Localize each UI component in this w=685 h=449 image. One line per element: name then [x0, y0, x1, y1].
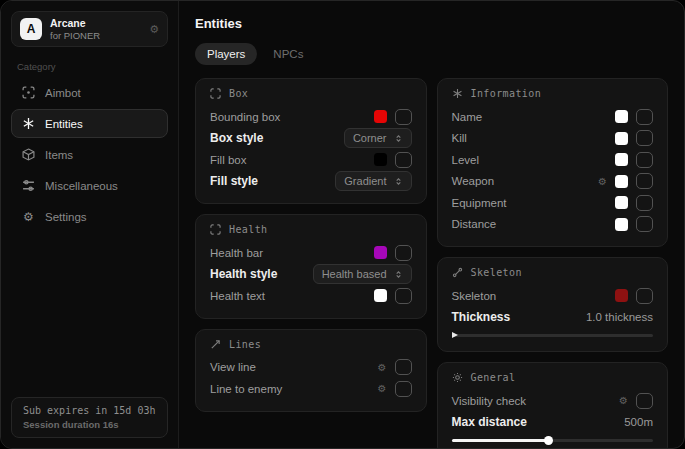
gear-icon[interactable]: ⚙	[378, 362, 387, 373]
setting-label: Fill style	[210, 174, 258, 188]
slider-thumb[interactable]	[544, 436, 553, 445]
health-bar-checkbox[interactable]	[395, 245, 412, 261]
panel-title: Health	[229, 224, 268, 235]
aimbot-icon	[22, 86, 35, 99]
color-swatch[interactable]	[374, 153, 387, 166]
color-swatch[interactable]	[615, 289, 628, 302]
slider-thumb[interactable]	[452, 332, 458, 338]
weapon-checkbox[interactable]	[636, 173, 653, 189]
items-icon	[22, 148, 35, 161]
setting-row-equipment: Equipment	[452, 192, 654, 214]
thickness-slider[interactable]	[452, 331, 654, 340]
panel-title: Lines	[229, 339, 261, 350]
brand-text: Arcane for PIONER	[50, 17, 100, 41]
gear-icon[interactable]: ⚙	[149, 23, 159, 36]
sidebar-item-items[interactable]: Items	[11, 140, 168, 169]
skeleton-checkbox[interactable]	[636, 288, 653, 304]
slider-track	[452, 334, 654, 337]
health-style-dropdown[interactable]: Health based	[313, 264, 412, 284]
health-text-checkbox[interactable]	[395, 288, 412, 304]
dropdown-value: Corner	[353, 132, 387, 144]
setting-row-health-bar: Health bar	[210, 242, 412, 264]
setting-row-health-style: Health style Health based	[210, 264, 412, 286]
bounding-box-checkbox[interactable]	[395, 109, 412, 125]
panel-box: Box Bounding box Box style Corner	[195, 78, 427, 204]
setting-row-name: Name	[452, 106, 654, 128]
line-to-enemy-checkbox[interactable]	[395, 381, 412, 397]
color-swatch[interactable]	[615, 132, 628, 145]
box-style-dropdown[interactable]: Corner	[344, 128, 412, 148]
setting-row-fill-style: Fill style Gradient	[210, 171, 412, 193]
panel-skeleton: Skeleton Skeleton Thickness 1.0 thicknes…	[437, 257, 669, 352]
max-distance-value: 500m	[624, 416, 653, 428]
setting-label: Max distance	[452, 415, 527, 429]
color-swatch[interactable]	[615, 196, 628, 209]
color-swatch[interactable]	[615, 218, 628, 231]
box-icon	[210, 88, 221, 99]
color-swatch[interactable]	[374, 246, 387, 259]
setting-label: Equipment	[452, 197, 507, 209]
equipment-checkbox[interactable]	[636, 195, 653, 211]
setting-label: Health bar	[210, 247, 263, 259]
view-line-checkbox[interactable]	[395, 359, 412, 375]
bone-icon	[452, 267, 463, 278]
sidebar-item-miscellaneous[interactable]: Miscellaneous	[11, 171, 168, 200]
color-swatch[interactable]	[615, 110, 628, 123]
health-icon	[210, 224, 221, 235]
gear-icon[interactable]: ⚙	[598, 176, 607, 187]
color-swatch[interactable]	[374, 289, 387, 302]
app-logo: A	[20, 18, 42, 40]
main-content: Entities Players NPCs Box	[179, 1, 684, 448]
max-distance-slider[interactable]	[452, 436, 654, 445]
panel-title: Information	[471, 88, 542, 99]
setting-label: Weapon	[452, 175, 495, 187]
tab-npcs[interactable]: NPCs	[261, 43, 315, 65]
panel-general: General Visibility check ⚙ Max distance …	[437, 362, 669, 449]
setting-row-distance: Distance	[452, 214, 654, 236]
brand-card: A Arcane for PIONER ⚙	[11, 11, 168, 47]
setting-label: Bounding box	[210, 111, 280, 123]
setting-label: Thickness	[452, 310, 511, 324]
tab-players[interactable]: Players	[195, 43, 257, 65]
thickness-value: 1.0 thickness	[586, 311, 653, 323]
setting-row-thickness: Thickness 1.0 thickness	[452, 307, 654, 329]
distance-checkbox[interactable]	[636, 216, 653, 232]
setting-row-line-to-enemy: Line to enemy ⚙	[210, 378, 412, 400]
sidebar-item-settings[interactable]: ⚙ Settings	[11, 202, 168, 231]
setting-row-health-text: Health text	[210, 285, 412, 307]
fill-style-dropdown[interactable]: Gradient	[335, 171, 411, 191]
panel-information-header: Information	[452, 88, 654, 99]
panel-title: Box	[229, 88, 248, 99]
settings-icon: ⚙	[22, 210, 35, 223]
sidebar: A Arcane for PIONER ⚙ Category Aimbot	[1, 1, 179, 448]
sidebar-item-entities[interactable]: Entities	[11, 109, 168, 138]
gear-icon[interactable]: ⚙	[378, 383, 387, 394]
kill-checkbox[interactable]	[636, 130, 653, 146]
fill-box-checkbox[interactable]	[395, 152, 412, 168]
sidebar-item-label: Entities	[45, 118, 83, 130]
panel-health: Health Health bar Health style Health ba…	[195, 214, 427, 319]
setting-label: Visibility check	[452, 395, 527, 407]
setting-label: Health style	[210, 267, 277, 281]
color-swatch[interactable]	[615, 175, 628, 188]
page-title: Entities	[195, 16, 668, 31]
chevron-updown-icon	[394, 134, 403, 143]
chevron-updown-icon	[394, 177, 403, 186]
color-swatch[interactable]	[374, 110, 387, 123]
panel-information: Information Name Kill	[437, 78, 669, 247]
information-icon	[452, 88, 463, 99]
gear-icon[interactable]: ⚙	[619, 395, 628, 406]
setting-row-level: Level	[452, 149, 654, 171]
panel-lines-header: Lines	[210, 339, 412, 350]
dropdown-value: Health based	[322, 268, 387, 280]
setting-label: Line to enemy	[210, 383, 282, 395]
name-checkbox[interactable]	[636, 109, 653, 125]
level-checkbox[interactable]	[636, 152, 653, 168]
sidebar-item-aimbot[interactable]: Aimbot	[11, 78, 168, 107]
color-swatch[interactable]	[615, 153, 628, 166]
visibility-check-checkbox[interactable]	[636, 393, 653, 409]
panel-health-header: Health	[210, 224, 412, 235]
panel-title: Skeleton	[471, 267, 522, 278]
setting-row-weapon: Weapon ⚙	[452, 171, 654, 193]
setting-label: Fill box	[210, 154, 246, 166]
